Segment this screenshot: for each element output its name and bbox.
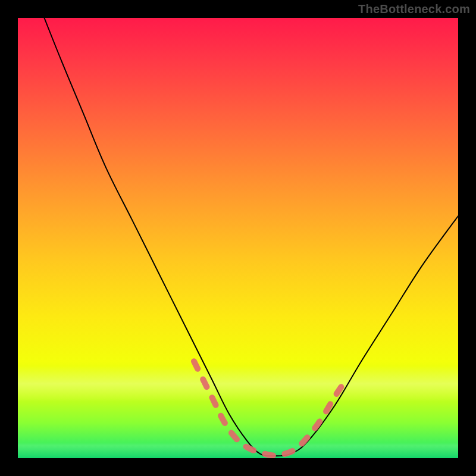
watermark-text: TheBottleneck.com xyxy=(358,2,470,16)
plot-background-gradient xyxy=(18,18,458,458)
chart-frame: TheBottleneck.com xyxy=(0,0,476,476)
plot-area xyxy=(18,18,458,458)
